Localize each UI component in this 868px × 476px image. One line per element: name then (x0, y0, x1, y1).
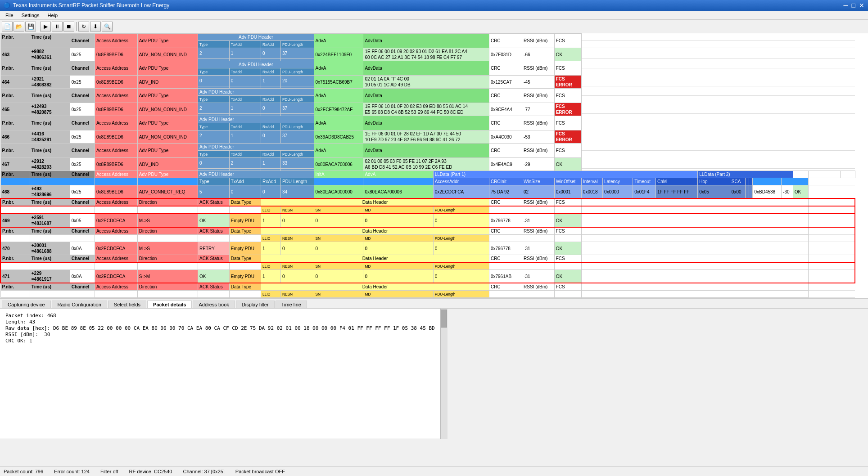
pkt-fcs-464: FCSERROR (554, 76, 581, 89)
pkt-h3-464: 1 (261, 76, 281, 86)
tab-capturing[interactable]: Capturing device (2, 301, 51, 308)
adva-label2: AdvA (314, 61, 363, 76)
pkt-rssi: -66 (522, 48, 555, 61)
table-row[interactable]: P.nbr. Time (us) Channel Access Address … (0, 34, 855, 41)
pkt-acc-464: 0x8E89BED6 (95, 76, 137, 89)
table-row[interactable]: P.nbr. Time (us) Channel Access Address … (0, 255, 855, 263)
pkt-txadd: 1 (229, 48, 261, 59)
fcs-label4: FCS (554, 116, 581, 130)
pnbr-label5: P.nbr. (0, 144, 30, 158)
pkt-nesn-471: 0 (280, 270, 314, 283)
toolbar-sep1 (38, 22, 38, 31)
menu-file[interactable]: File (2, 12, 17, 19)
lldata-label6: LLData (Part 1) (433, 171, 698, 178)
fcs-label6: FCS (841, 171, 855, 178)
dtype-header-470: Data Type (229, 227, 261, 235)
titlebar-controls[interactable]: ─ □ ✕ (844, 2, 864, 9)
pkt-ch-470: 0x0A (70, 242, 95, 255)
time-label5: Time (us) (30, 144, 70, 158)
pkt-nesn-469: 0 (280, 214, 314, 227)
minimize-button[interactable]: ─ (844, 2, 848, 9)
toolbar-open[interactable]: 📂 (14, 22, 24, 31)
table-row-selected-sub[interactable]: Type TxAdd RxAdd PDU-Length AccessAddr C… (0, 178, 855, 185)
pkt-acc-465: 0x8E89BED6 (95, 103, 137, 116)
toolbar-filter[interactable]: 🔍 (102, 22, 113, 31)
statusbar: Packet count: 796 Error count: 124 Filte… (0, 466, 868, 476)
time-label: Time (us) (30, 34, 70, 48)
toolbar-stop[interactable]: ⏹ (63, 22, 74, 31)
detail-area: Packet index: 468 Length: 43 Raw data [h… (0, 309, 440, 439)
table-row[interactable]: LLID NESN SN MD PDU-Length (0, 291, 855, 298)
table-row[interactable]: LLID NESN SN MD PDU-Length (0, 235, 855, 242)
table-row-selected[interactable]: P.nbr. Time (us) Channel Access Address … (0, 171, 855, 178)
pkt-pdu: 37 (280, 48, 314, 59)
scrollbar-thumb[interactable] (441, 310, 447, 328)
table-row[interactable]: 463 +9882=4806361 0x25 0x8E89BED6 ADV_NO… (0, 48, 855, 59)
type-label5: Adv PDU Type (137, 144, 198, 158)
advdata-label5: AdvData (363, 144, 489, 158)
pkt-ch-471: 0x0A (70, 270, 95, 283)
tab-packet-details[interactable]: Packet details (147, 301, 192, 308)
pkt-num-468: 468 (0, 185, 30, 199)
packet-area[interactable]: P.nbr. Time (us) Channel Access Address … (0, 33, 868, 299)
pkt-row-468[interactable]: 468 +493=4828696 0x25 0x8E89BED6 ADV_CON… (0, 185, 855, 199)
toolbar-play[interactable]: ▶ (40, 22, 51, 31)
table-row[interactable]: P.nbr. Time (us) Channel Access Address … (0, 283, 855, 291)
tab-filter[interactable]: Display filter (236, 301, 275, 308)
pkt-row-471[interactable]: 471 +229=4861917 0x0A 0x2ECDCFCA S->M OK… (0, 270, 855, 283)
table-row[interactable]: 464 +2021=4808382 0x25 0x8E89BED6 ADV_IN… (0, 76, 855, 86)
pkt-row-470[interactable]: 470 +30001=4861688 0x0A 0x2ECDCFCA M->S … (0, 242, 855, 255)
pkt-md-471: 0 (363, 270, 433, 283)
detail-line-1: Length: 43 (5, 319, 435, 325)
pkt-rssi-467: -29 (522, 158, 555, 171)
pkt-chm-468: 1F FF FF FF FF (656, 185, 697, 199)
menu-settings[interactable]: Settings (18, 12, 43, 19)
menu-help[interactable]: Help (44, 12, 61, 19)
toolbar-save[interactable]: 💾 (25, 22, 36, 31)
toolbar-pause[interactable]: ⏸ (52, 22, 63, 31)
table-row[interactable]: LLID NESN SN MD PDU-Length (0, 262, 855, 270)
toolbar-sep2 (76, 22, 77, 31)
table-row[interactable]: P.nbr. Time (us) Channel Access Address … (0, 144, 855, 151)
pkt-timeout-468: 0x01F4 (633, 185, 656, 199)
pkt-hop-468: 0x05 (698, 185, 730, 199)
maximize-button[interactable]: □ (852, 2, 855, 9)
pkt-pdul-470: 0 (433, 242, 489, 255)
tab-address[interactable]: Address book (193, 301, 235, 308)
pkt-ack-470: RETRY (198, 242, 230, 255)
close-button[interactable]: ✕ (859, 2, 864, 9)
toolbar-down[interactable]: ⬇ (90, 22, 101, 31)
pkt-dir-469: M->S (137, 214, 198, 227)
pkt-row-469[interactable]: 469 +2591=4831687 0x05 0x2ECDCFCA M->S O… (0, 214, 855, 227)
tab-fields[interactable]: Select fields (108, 301, 146, 308)
table-row[interactable]: 465 +12493=4820875 0x25 0x8E89BED6 ADV_N… (0, 103, 855, 114)
tab-timeline[interactable]: Time line (276, 301, 307, 308)
dh-header-472: Data Header (261, 283, 489, 291)
pkt-adva-468: 0x80EACA700006 (363, 185, 433, 199)
detail-scrollbar[interactable] (440, 309, 448, 439)
rssi-header-data1: RSSI (dBm) (522, 198, 555, 206)
dir-header-470: Direction (137, 227, 198, 235)
pkt-md-469: 0 (363, 214, 433, 227)
pkt-advdata: 1E FF 06 00 01 09 20 02 93 01 D2 61 EA 8… (363, 48, 489, 61)
pkt-adva: 0x224BEF1109F0 (314, 48, 363, 61)
rssi-label: RSSI (dBm) (522, 34, 555, 48)
ch-label4: Channel (70, 116, 95, 130)
table-row[interactable]: P.nbr. Time (us) Channel Access Address … (0, 198, 855, 206)
ack-header-471: ACK Status (198, 255, 230, 263)
status-filter: Filter off (100, 469, 118, 474)
table-row[interactable]: 467 +2912=4828203 0x25 0x8E89BED6 ADV_IN… (0, 158, 855, 169)
toolbar-refresh[interactable]: ↻ (78, 22, 89, 31)
table-row[interactable]: P.nbr. Time (us) Channel Access Address … (0, 61, 855, 68)
pkt-ack-469: OK (198, 214, 230, 227)
dh-header-471: Data Header (261, 255, 489, 263)
pkt-acc-471: 0x2ECDCFCA (95, 270, 137, 283)
table-row[interactable]: P.nbr. Time (us) Channel Access Address … (0, 227, 855, 235)
table-row[interactable]: P.nbr. Time (us) Channel Access Address … (0, 116, 855, 123)
table-row[interactable]: P.nbr. Time (us) Channel Access Address … (0, 89, 855, 96)
dir-header-472: Direction (137, 283, 198, 291)
toolbar-new[interactable]: 📄 (2, 22, 13, 31)
table-row[interactable]: LLID NESN SN MD PDU-Length (0, 206, 855, 214)
table-row[interactable]: 466 +4416=4825291 0x25 0x8E89BED6 ADV_NO… (0, 130, 855, 141)
tab-radio[interactable]: Radio Configuration (52, 301, 107, 308)
